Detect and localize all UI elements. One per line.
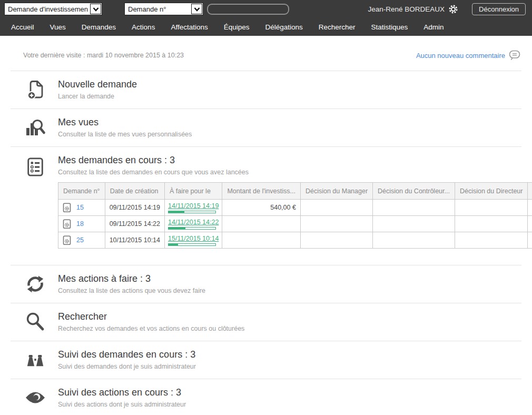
chevron-down-icon	[191, 4, 202, 14]
decision-manager-cell	[300, 200, 372, 216]
comments-link-label: Aucun nouveau commentaire	[416, 52, 505, 60]
col-header-date-creation[interactable]: Date de création	[105, 183, 164, 200]
nav-item-rechercher[interactable]: Rechercher	[311, 18, 363, 36]
nav-item-affectations[interactable]: Affectations	[163, 18, 215, 36]
decision-directeur-cell	[455, 216, 528, 232]
nav-item-equipes[interactable]: Équipes	[216, 18, 258, 36]
section-title-my-views[interactable]: Mes vues	[58, 117, 192, 128]
document-gear-icon	[63, 203, 72, 213]
section-title-follow-requests[interactable]: Suivi des demandes en cours : 3	[58, 349, 196, 360]
table-row: 25 10/11/2015 10:14 15/11/2015 10:14	[58, 232, 532, 249]
section-title-follow-actions[interactable]: Suivi des actions en cours : 3	[58, 387, 186, 398]
created-date-cell: 09/11/2015 14:19	[105, 200, 164, 216]
binoculars-icon	[21, 350, 50, 370]
views-chart-search-icon	[21, 117, 50, 138]
request-type-select[interactable]: Demande d'investissement	[4, 3, 102, 15]
comments-link[interactable]: Aucun nouveau commentaire	[416, 50, 520, 61]
search-field-select[interactable]: Demande n°	[124, 3, 203, 15]
nav-item-vues[interactable]: Vues	[42, 18, 74, 36]
main-nav: Accueil Vues Demandes Actions Affectatio…	[0, 18, 532, 36]
search-input[interactable]	[207, 4, 289, 15]
request-number-link[interactable]: 15	[76, 204, 84, 211]
document-gear-icon	[63, 235, 72, 245]
nav-item-delegations[interactable]: Délégations	[257, 18, 310, 36]
due-progress-bar	[168, 211, 216, 213]
section-subtitle-follow-actions: Suivi des actions dont je suis administr…	[58, 401, 186, 408]
section-title-search[interactable]: Rechercher	[58, 311, 244, 322]
table-row: 18 09/11/2015 14:22 14/11/2015 14:22	[58, 216, 532, 232]
section-subtitle-my-requests: Consultez la liste des demandes en cours…	[58, 169, 532, 176]
created-date-cell: 10/11/2015 10:14	[105, 232, 164, 249]
section-subtitle-my-actions: Consultez la liste des actions que vous …	[58, 287, 205, 294]
col-header-a-faire-pour-le[interactable]: À faire pour le	[165, 183, 222, 200]
table-header-row: Demande n° Date de création À faire pour…	[58, 183, 532, 200]
due-date-link[interactable]: 14/11/2015 14:22	[168, 219, 219, 226]
col-header-decision-controleur[interactable]: Décision du Contrôleur...	[373, 183, 455, 200]
search-field-select-value: Demande n°	[128, 5, 189, 13]
user-name: Jean-René BORDEAUX	[368, 5, 445, 13]
section-search: Rechercher Recherchez vos demandes et vo…	[11, 303, 521, 341]
top-right-group: Jean-René BORDEAUX Déconnexion	[368, 3, 526, 15]
col-header-decision-directeur[interactable]: Décision du Directeur	[455, 183, 528, 200]
sync-arrows-icon	[21, 275, 50, 293]
chevron-down-icon	[90, 4, 101, 14]
section-title-my-requests[interactable]: Mes demandes en cours : 3	[58, 155, 532, 166]
section-follow-actions: Suivi des actions en cours : 3 Suivi des…	[11, 379, 521, 415]
gear-icon[interactable]	[448, 4, 458, 14]
section-follow-requests: Suivi des demandes en cours : 3 Suivi de…	[11, 341, 521, 379]
due-progress-fill	[169, 244, 178, 245]
nav-item-admin[interactable]: Admin	[416, 18, 451, 36]
nav-item-demandes[interactable]: Demandes	[74, 18, 124, 36]
col-header-demande-num[interactable]: Demande n°	[58, 183, 105, 200]
amount-cell	[222, 216, 301, 232]
request-number-link[interactable]: 18	[76, 220, 84, 228]
eye-icon	[21, 390, 50, 405]
comment-bubble-icon	[509, 50, 520, 61]
nav-item-actions[interactable]: Actions	[124, 18, 163, 36]
section-subtitle-search: Recherchez vos demandes et vos actions e…	[58, 325, 244, 332]
filler-cell	[528, 200, 532, 216]
requests-table: Demande n° Date de création À faire pour…	[58, 182, 532, 249]
due-progress-fill	[169, 211, 184, 213]
due-date-link[interactable]: 15/11/2015 10:14	[168, 235, 219, 242]
created-date-cell: 09/11/2015 14:22	[105, 216, 164, 232]
nav-item-statistiques[interactable]: Statistiques	[363, 18, 416, 36]
main-content: Votre dernière visite : mardi 10 novembr…	[0, 36, 532, 415]
section-subtitle-follow-requests: Suivi des demandes dont je suis administ…	[58, 363, 196, 370]
due-progress-bar	[168, 243, 216, 246]
col-header-filler	[528, 183, 532, 200]
filler-cell	[528, 232, 532, 249]
due-date-link[interactable]: 14/11/2015 14:19	[168, 202, 219, 210]
section-title-my-actions[interactable]: Mes actions à faire : 3	[58, 273, 205, 284]
decision-manager-cell	[300, 216, 372, 232]
decision-controleur-cell	[373, 232, 455, 249]
decision-manager-cell	[300, 232, 372, 249]
request-list-icon	[21, 156, 50, 177]
new-document-icon	[21, 79, 50, 100]
table-row: 15 09/11/2015 14:19 14/11/2015 14:19 540…	[58, 200, 532, 216]
section-new-request: Nouvelle demande Lancer la demande	[11, 71, 521, 109]
decision-controleur-cell	[373, 200, 455, 216]
top-bar: Demande d'investissement Demande n° Jean…	[0, 0, 532, 18]
section-subtitle-new-request: Lancer la demande	[58, 93, 137, 100]
due-progress-bar	[168, 227, 216, 230]
nav-item-accueil[interactable]: Accueil	[3, 18, 42, 36]
visit-row: Votre dernière visite : mardi 10 novembr…	[11, 36, 521, 71]
last-visit-text: Votre dernière visite : mardi 10 novembr…	[23, 52, 184, 59]
section-my-actions: Mes actions à faire : 3 Consultez la lis…	[11, 265, 521, 303]
amount-cell	[222, 232, 301, 249]
filler-cell	[528, 216, 532, 232]
decision-controleur-cell	[373, 216, 455, 232]
col-header-decision-manager[interactable]: Décision du Manager	[300, 183, 372, 200]
request-number-link[interactable]: 25	[76, 236, 84, 244]
amount-cell: 540,00 €	[222, 200, 301, 216]
section-title-new-request[interactable]: Nouvelle demande	[58, 79, 137, 90]
decision-directeur-cell	[455, 200, 528, 216]
decision-directeur-cell	[455, 232, 528, 249]
section-subtitle-my-views: Consulter la liste de mes vues personnal…	[58, 131, 192, 138]
due-progress-fill	[169, 228, 185, 229]
search-icon	[21, 311, 50, 332]
logout-button[interactable]: Déconnexion	[472, 3, 526, 15]
request-type-select-value: Demande d'investissement	[8, 5, 88, 13]
col-header-montant[interactable]: Montant de l'investiss...	[222, 183, 301, 200]
